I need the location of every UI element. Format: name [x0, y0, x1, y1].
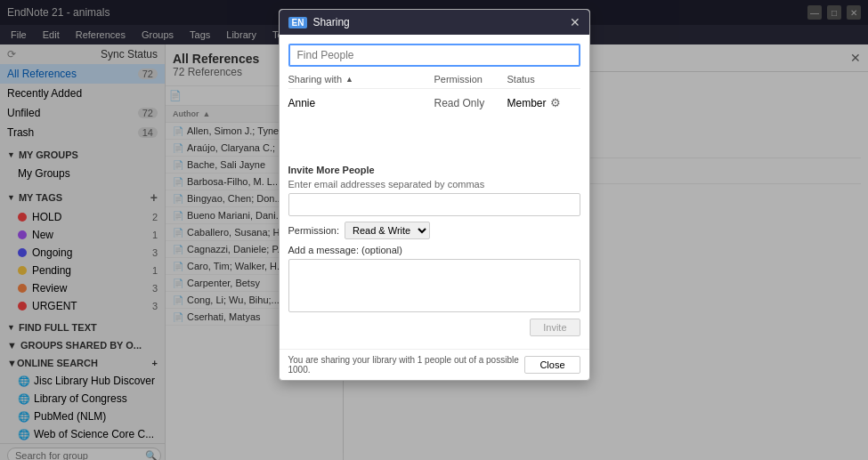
modal-body: Sharing with ▲ Permission Status Annie R… [280, 35, 589, 349]
sharing-title-label: Sharing [312, 16, 349, 28]
invite-button[interactable]: Invite [530, 319, 580, 336]
annie-permission: Read Only [434, 97, 485, 109]
modal-footer: You are sharing your library with 1 peop… [280, 349, 589, 380]
status-col-label: Status [507, 74, 535, 85]
sharing-table-header: Sharing with ▲ Permission Status [288, 74, 580, 89]
annie-status: Member [507, 97, 547, 109]
email-input[interactable] [288, 193, 580, 216]
sharing-empty-space [288, 113, 580, 157]
modal-close-x-button[interactable]: ✕ [570, 15, 580, 29]
sharing-with-label: Sharing with [288, 74, 343, 85]
sharing-modal: EN Sharing ✕ Sharing with ▲ Permission S… [279, 9, 590, 381]
invite-section-label: Invite More People [288, 165, 580, 175]
message-label: Add a message: (optional) [288, 245, 580, 255]
permission-col-label: Permission [434, 74, 483, 85]
sharing-row-annie: Annie Read Only Member ⚙ [288, 93, 580, 113]
modal-title-bar: EN Sharing ✕ [280, 10, 589, 35]
permission-row: Permission: Read & Write Read Only [288, 222, 580, 239]
permission-row-label: Permission: [288, 225, 339, 236]
modal-overlay: EN Sharing ✕ Sharing with ▲ Permission S… [0, 0, 868, 460]
permission-select[interactable]: Read & Write Read Only [345, 222, 430, 239]
message-textarea[interactable] [288, 259, 580, 312]
modal-title-text: EN Sharing [288, 16, 350, 28]
modal-close-button[interactable]: Close [524, 356, 580, 374]
sharing-sort-icon: ▲ [345, 75, 353, 84]
annie-name: Annie [288, 97, 316, 109]
annie-settings-icon[interactable]: ⚙ [550, 96, 561, 109]
email-hint: Enter email addresses separated by comma… [288, 179, 580, 190]
en-badge: EN [288, 17, 308, 28]
footer-text: You are sharing your library with 1 peop… [288, 355, 525, 375]
find-people-input[interactable] [288, 44, 580, 67]
invite-button-row: Invite [288, 319, 580, 336]
